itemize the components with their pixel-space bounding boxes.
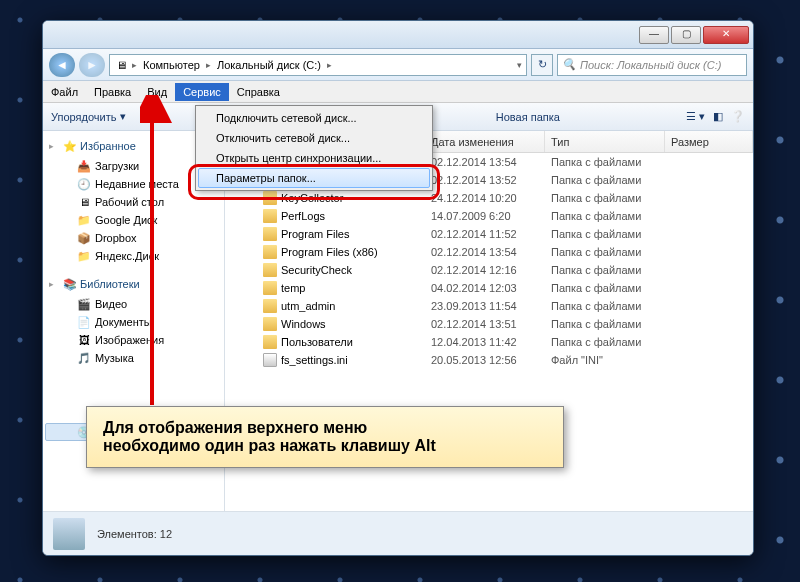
menu-item-open-sync-center[interactable]: Открыть центр синхронизации...: [198, 148, 430, 168]
organize-button[interactable]: Упорядочить ▾: [51, 110, 126, 123]
document-icon: 📄: [77, 315, 91, 329]
column-date[interactable]: Дата изменения: [425, 131, 545, 152]
help-button[interactable]: ❔: [731, 110, 745, 123]
file-type: Папка с файлами: [545, 299, 665, 313]
table-row[interactable]: fs_settings.ini20.05.2013 12:56Файл "INI…: [225, 351, 753, 369]
menu-item-folder-options[interactable]: Параметры папок...: [198, 168, 430, 188]
table-row[interactable]: KeyCollector24.12.2014 10:20Папка с файл…: [225, 189, 753, 207]
sidebar-group-libraries[interactable]: 📚 Библиотеки: [45, 275, 222, 295]
video-icon: 🎬: [77, 297, 91, 311]
status-bar: Элементов: 12: [43, 511, 753, 555]
recent-icon: 🕘: [77, 177, 91, 191]
menu-file[interactable]: Файл: [43, 83, 86, 101]
explorer-window: — ▢ ✕ ◄ ► 🖥 ▸ Компьютер ▸ Локальный диск…: [42, 20, 754, 556]
table-row[interactable]: Program Files (x86)02.12.2014 13:54Папка…: [225, 243, 753, 261]
table-row[interactable]: PerfLogs14.07.2009 6:20Папка с файлами: [225, 207, 753, 225]
chevron-right-icon: ▸: [206, 60, 211, 70]
file-date: 12.04.2013 11:42: [425, 335, 545, 349]
file-date: 23.09.2013 11:54: [425, 299, 545, 313]
column-type[interactable]: Тип: [545, 131, 665, 152]
table-row[interactable]: utm_admin23.09.2013 11:54Папка с файлами: [225, 297, 753, 315]
file-date: 02.12.2014 13:51: [425, 317, 545, 331]
sidebar-item-dropbox[interactable]: 📦Dropbox: [45, 229, 222, 247]
chevron-right-icon: ▸: [327, 60, 332, 70]
menu-service[interactable]: Сервис: [175, 83, 229, 101]
file-name: SecurityCheck: [281, 264, 352, 276]
sidebar-item-music[interactable]: 🎵Музыка: [45, 349, 222, 367]
star-icon: ⭐: [63, 139, 77, 153]
chevron-down-icon: ▾: [120, 110, 126, 123]
new-folder-button[interactable]: Новая папка: [496, 111, 560, 123]
sidebar-item-yandexdisk[interactable]: 📁Яндекс.Диск: [45, 247, 222, 265]
maximize-button[interactable]: ▢: [671, 26, 701, 44]
nav-back-button[interactable]: ◄: [49, 53, 75, 77]
search-icon: 🔍: [562, 58, 576, 71]
annotation-callout: Для отображения верхнего меню необходимо…: [86, 406, 564, 468]
folder-icon: [263, 281, 277, 295]
file-type: Папка с файлами: [545, 317, 665, 331]
search-placeholder: Поиск: Локальный диск (C:): [580, 59, 721, 71]
music-icon: 🎵: [77, 351, 91, 365]
folder-icon: 📥: [77, 159, 91, 173]
breadcrumb[interactable]: 🖥 ▸ Компьютер ▸ Локальный диск (C:) ▸ ▾: [109, 54, 527, 76]
folder-icon: [263, 263, 277, 277]
table-row[interactable]: temp04.02.2014 12:03Папка с файлами: [225, 279, 753, 297]
close-button[interactable]: ✕: [703, 26, 749, 44]
service-menu-dropdown: Подключить сетевой диск... Отключить сет…: [195, 105, 433, 191]
breadcrumb-computer[interactable]: Компьютер: [141, 57, 202, 73]
folder-icon: [263, 209, 277, 223]
file-name: fs_settings.ini: [281, 354, 348, 366]
table-row[interactable]: Program Files02.12.2014 11:52Папка с фай…: [225, 225, 753, 243]
nav-forward-button[interactable]: ►: [79, 53, 105, 77]
minimize-button[interactable]: —: [639, 26, 669, 44]
callout-line2: необходимо один раз нажать клавишу Alt: [103, 437, 547, 455]
file-name: Program Files (x86): [281, 246, 378, 258]
folder-icon: [263, 299, 277, 313]
file-type: Папка с файлами: [545, 335, 665, 349]
file-date: 14.07.2009 6:20: [425, 209, 545, 223]
file-date: 02.12.2014 12:16: [425, 263, 545, 277]
menu-edit[interactable]: Правка: [86, 83, 139, 101]
column-size[interactable]: Размер: [665, 131, 753, 152]
refresh-button[interactable]: ↻: [531, 54, 553, 76]
view-options-button[interactable]: ☰ ▾: [686, 110, 705, 123]
table-row[interactable]: Windows02.12.2014 13:51Папка с файлами: [225, 315, 753, 333]
file-type: Папка с файлами: [545, 209, 665, 223]
sidebar-item-googledrive[interactable]: 📁Google Диск: [45, 211, 222, 229]
file-date: 04.02.2014 12:03: [425, 281, 545, 295]
menu-item-disconnect-network-drive[interactable]: Отключить сетевой диск...: [198, 128, 430, 148]
chevron-down-icon[interactable]: ▾: [517, 60, 522, 70]
status-count: Элементов: 12: [97, 528, 172, 540]
sidebar-item-documents[interactable]: 📄Документы: [45, 313, 222, 331]
search-input[interactable]: 🔍 Поиск: Локальный диск (C:): [557, 54, 747, 76]
file-name: Windows: [281, 318, 326, 330]
file-type: Файл "INI": [545, 353, 665, 367]
file-date: 20.05.2013 12:56: [425, 353, 545, 367]
sidebar-item-pictures[interactable]: 🖼Изображения: [45, 331, 222, 349]
address-bar: ◄ ► 🖥 ▸ Компьютер ▸ Локальный диск (C:) …: [43, 49, 753, 81]
folder-icon: [263, 335, 277, 349]
file-date: 24.12.2014 10:20: [425, 191, 545, 205]
file-type: Папка с файлами: [545, 155, 665, 169]
sidebar-item-video[interactable]: 🎬Видео: [45, 295, 222, 313]
preview-pane-button[interactable]: ◧: [713, 110, 723, 123]
computer-icon: 🖥: [114, 58, 128, 72]
menu-bar: Файл Правка Вид Сервис Справка: [43, 81, 753, 103]
sidebar-item-desktop[interactable]: 🖥Рабочий стол: [45, 193, 222, 211]
file-name: KeyCollector: [281, 192, 343, 204]
table-row[interactable]: SecurityCheck02.12.2014 12:16Папка с фай…: [225, 261, 753, 279]
menu-help[interactable]: Справка: [229, 83, 288, 101]
menu-item-connect-network-drive[interactable]: Подключить сетевой диск...: [198, 108, 430, 128]
file-type: Папка с файлами: [545, 245, 665, 259]
menu-view[interactable]: Вид: [139, 83, 175, 101]
breadcrumb-drive[interactable]: Локальный диск (C:): [215, 57, 323, 73]
dropbox-icon: 📦: [77, 231, 91, 245]
file-type: Папка с файлами: [545, 281, 665, 295]
table-row[interactable]: Пользователи12.04.2013 11:42Папка с файл…: [225, 333, 753, 351]
library-icon: 📚: [63, 277, 77, 291]
file-name: temp: [281, 282, 305, 294]
folder-icon: [263, 191, 277, 205]
file-date: 02.12.2014 11:52: [425, 227, 545, 241]
file-name: utm_admin: [281, 300, 335, 312]
file-name: PerfLogs: [281, 210, 325, 222]
